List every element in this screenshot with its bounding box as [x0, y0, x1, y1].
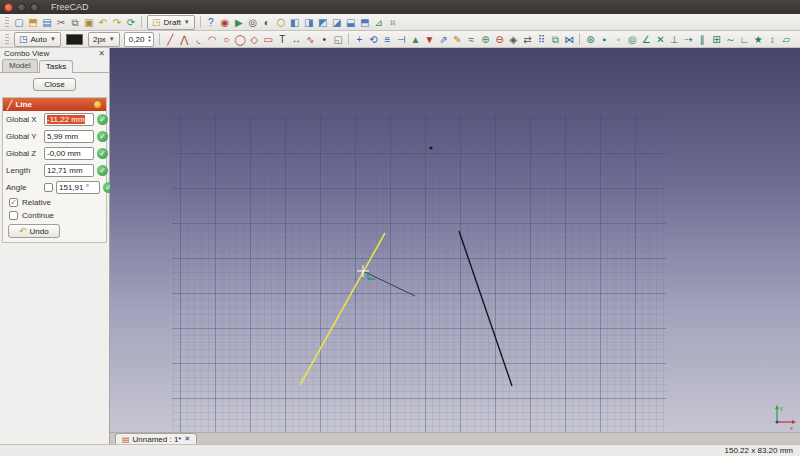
draft-polygon-icon[interactable]: ◇ [247, 32, 261, 47]
angle-input[interactable]: 151,91 ° [56, 181, 100, 194]
snap-special-icon[interactable]: ★ [751, 32, 765, 47]
continue-checkbox[interactable] [9, 211, 18, 220]
panel-close-icon[interactable]: ✕ [98, 49, 105, 58]
draft-circle-icon[interactable]: ○ [219, 32, 233, 47]
window-maximize-button[interactable] [30, 3, 39, 12]
scale-spinbox[interactable]: 0,20 ▲▼ [124, 32, 155, 47]
top-view-icon[interactable]: ◨ [302, 15, 316, 30]
left-view-icon[interactable]: ⬒ [358, 15, 372, 30]
draft-scale-icon[interactable]: ⇗ [436, 32, 450, 47]
draft-array-icon[interactable]: ⠿ [534, 32, 548, 47]
execute-macro-icon[interactable]: ▶ [232, 15, 246, 30]
snap-angle-icon[interactable]: ∠ [639, 32, 653, 47]
draft-rotate-icon[interactable]: ⟲ [366, 32, 380, 47]
draft-trimex-icon[interactable]: ⊣ [394, 32, 408, 47]
document-tab[interactable]: ▤ Unnamed : 1* ✕ [115, 433, 197, 444]
draft-polyline-icon[interactable]: ⋀ [177, 32, 191, 47]
draft-arc-icon[interactable]: ◠ [205, 32, 219, 47]
undo-button[interactable]: ↶ Undo [8, 224, 60, 238]
valid-check-icon [97, 131, 108, 142]
draft-rectangle-icon[interactable]: ▭ [261, 32, 275, 47]
toggle-grid-icon[interactable]: ⌗ [386, 15, 400, 30]
draft-edit-icon[interactable]: ✎ [450, 32, 464, 47]
save-document-icon[interactable]: ▤ [40, 15, 54, 30]
snap-intersection-icon[interactable]: ✕ [653, 32, 667, 47]
working-plane-selector[interactable]: ◳ Auto ▼ [14, 32, 61, 47]
draft-offset-icon[interactable]: ≡ [380, 32, 394, 47]
draft-upgrade-icon[interactable]: ▲ [408, 32, 422, 47]
record-macro-icon[interactable]: ◉ [218, 15, 232, 30]
snap-midpoint-icon[interactable]: ◦ [611, 32, 625, 47]
tab-close-icon[interactable]: ✕ [184, 435, 190, 443]
bottom-view-icon[interactable]: ⬓ [344, 15, 358, 30]
spinbox-arrows-icon[interactable]: ▲▼ [147, 35, 151, 43]
draw-style-icon[interactable]: ◐ [260, 15, 274, 30]
window-minimize-button[interactable] [17, 3, 26, 12]
cut-icon[interactable]: ✂ [54, 15, 68, 30]
line-color-button[interactable] [66, 34, 83, 45]
point-marker[interactable] [429, 146, 432, 149]
draft-bspline-icon[interactable]: ∿ [303, 32, 317, 47]
copy-icon[interactable]: ⧉ [68, 15, 82, 30]
close-button[interactable]: Close [33, 78, 75, 91]
new-document-icon[interactable]: ▢ [12, 15, 26, 30]
global-z-input[interactable]: -0,00 mm [44, 147, 94, 160]
draft-wire-to-bspline-icon[interactable]: ≈ [464, 32, 478, 47]
draft-canvas[interactable]: x y [110, 48, 800, 432]
snap-ortho-icon[interactable]: ∟ [737, 32, 751, 47]
tab-tasks[interactable]: Tasks [39, 60, 73, 73]
snap-endpoint-icon[interactable]: ▪ [597, 32, 611, 47]
angle-checkbox[interactable] [44, 183, 53, 192]
open-document-icon[interactable]: ⬒ [26, 15, 40, 30]
snap-extension-icon[interactable]: ⇢ [681, 32, 695, 47]
snap-near-icon[interactable]: ∼ [723, 32, 737, 47]
rear-view-icon[interactable]: ◪ [330, 15, 344, 30]
line-width-selector[interactable]: 2px ▼ [88, 32, 120, 47]
toolbar-grip[interactable] [5, 34, 9, 45]
relative-checkbox[interactable] [9, 198, 18, 207]
draft-line-icon[interactable]: ╱ [163, 32, 177, 47]
axonometric-view-icon[interactable]: ⬡ [274, 15, 288, 30]
snap-working-plane-icon[interactable]: ▱ [779, 32, 793, 47]
length-input[interactable]: 12,71 mm [44, 164, 94, 177]
global-y-input[interactable]: 5,99 mm [44, 130, 94, 143]
draft-shape2dview-icon[interactable]: ◈ [506, 32, 520, 47]
document-tab-label: Unnamed : 1* [133, 435, 182, 444]
whats-this-icon[interactable]: ? [204, 15, 218, 30]
global-x-input[interactable]: -11,22 mm [44, 113, 94, 126]
draft-clone-icon[interactable]: ⧉ [548, 32, 562, 47]
snap-lock-icon[interactable]: ⊛ [583, 32, 597, 47]
task-header-button[interactable] [93, 100, 102, 109]
draft-add-point-icon[interactable]: ⊕ [478, 32, 492, 47]
snap-dimensions-icon[interactable]: ↕ [765, 32, 779, 47]
measure-distance-icon[interactable]: ⊿ [372, 15, 386, 30]
undo-icon[interactable]: ↶ [96, 15, 110, 30]
workbench-selector[interactable]: ◳ Draft ▼ [147, 15, 195, 30]
draft-remove-point-icon[interactable]: ⊖ [492, 32, 506, 47]
front-view-icon[interactable]: ◧ [288, 15, 302, 30]
snap-grid-icon[interactable]: ⊞ [709, 32, 723, 47]
window-close-button[interactable] [4, 3, 13, 12]
draft-downgrade-icon[interactable]: ▼ [422, 32, 436, 47]
draft-facebinder-icon[interactable]: ◱ [331, 32, 345, 47]
toolbar-grip[interactable] [5, 17, 9, 28]
draft-text-icon[interactable]: T [275, 32, 289, 47]
snap-parallel-icon[interactable]: ∥ [695, 32, 709, 47]
axis-indicator: x y [775, 405, 796, 431]
right-view-icon[interactable]: ◩ [316, 15, 330, 30]
refresh-icon[interactable]: ⟳ [124, 15, 138, 30]
draft-ellipse-icon[interactable]: ◯ [233, 32, 247, 47]
draft-mirror-icon[interactable]: ⋈ [562, 32, 576, 47]
3d-viewport[interactable]: x y [110, 48, 800, 432]
draft-dimension-icon[interactable]: ↔ [289, 32, 303, 47]
snap-center-icon[interactable]: ◎ [625, 32, 639, 47]
draft-to-sketch-icon[interactable]: ⇄ [520, 32, 534, 47]
snap-perpendicular-icon[interactable]: ⊥ [667, 32, 681, 47]
draft-move-icon[interactable]: + [352, 32, 366, 47]
fit-all-icon[interactable]: ◎ [246, 15, 260, 30]
draft-point-icon[interactable]: • [317, 32, 331, 47]
tab-model[interactable]: Model [2, 59, 38, 72]
redo-icon[interactable]: ↷ [110, 15, 124, 30]
paste-icon[interactable]: ▣ [82, 15, 96, 30]
draft-fillet-icon[interactable]: ◟ [191, 32, 205, 47]
